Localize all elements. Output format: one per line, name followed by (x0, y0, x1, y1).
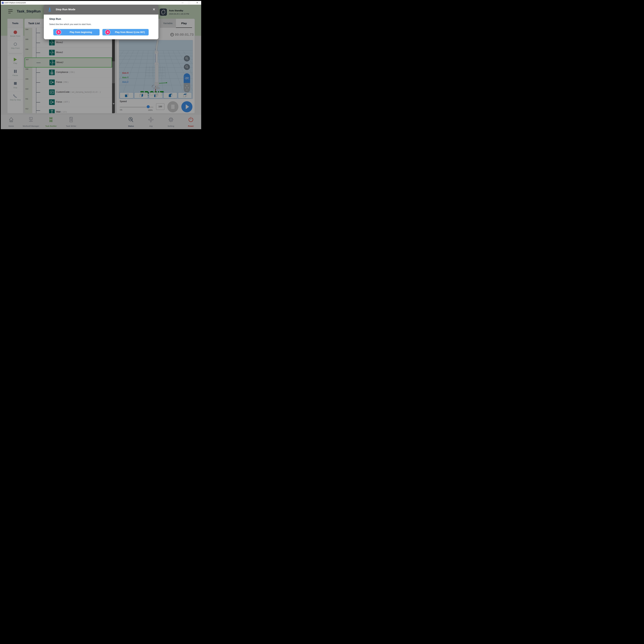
app-logo-icon: D (2, 2, 4, 4)
modal-title: Step Run Mode (56, 8, 75, 11)
play-from-movej-line007-button[interactable]: 4 Play from MoveJ (Line 007) (102, 29, 149, 35)
maximize-icon[interactable] (188, 2, 190, 4)
badge-4: 4 (105, 30, 110, 35)
minimize-icon[interactable]: — (181, 1, 184, 4)
modal-description: Select the line which you want to start … (49, 23, 91, 26)
modal-header: Step Run Mode ✕ (44, 5, 158, 15)
window-title: DART-Platform GV02110200 (4, 2, 26, 4)
play-from-beginning-button[interactable]: 5 Play from beginning (53, 29, 100, 35)
badge-5: 5 (56, 30, 61, 35)
step-run-mode-modal: Step Run Mode ✕ Step Run Select the line… (44, 5, 158, 39)
titlebar: D DART-Platform GV02110200 — ✕ (1, 1, 201, 5)
close-icon[interactable]: ✕ (196, 1, 199, 4)
step-run-icon (48, 7, 52, 12)
modal-close-icon[interactable]: ✕ (152, 7, 155, 11)
modal-heading: Step Run (49, 17, 61, 20)
app-window: D DART-Platform GV02110200 — ✕ Task_Step… (1, 1, 201, 129)
modal-body: Step Run Select the line which you want … (44, 15, 158, 39)
